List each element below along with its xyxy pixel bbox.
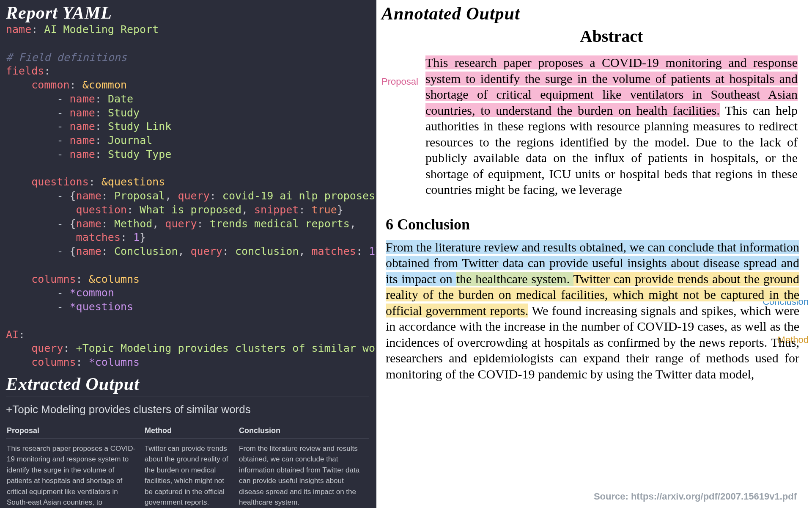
extracted-output: Extracted Output +Topic Modeling provide… bbox=[0, 374, 376, 508]
th-conclusion: Conclusion bbox=[238, 423, 369, 439]
td-proposal: This research paper proposes a COVID-19 … bbox=[6, 439, 144, 508]
overlap-highlight: the healthcare system. bbox=[456, 272, 573, 286]
th-method: Method bbox=[144, 423, 238, 439]
annotated-panel: Annotated Output Proposal Conclusion Met… bbox=[376, 0, 812, 508]
annotated-title: Annotated Output bbox=[381, 3, 804, 24]
extracted-title: Extracted Output bbox=[6, 374, 369, 394]
abstract-heading: Abstract bbox=[424, 26, 799, 46]
extracted-heading: +Topic Modeling provides clusters of sim… bbox=[6, 403, 369, 416]
td-method: Twitter can provide trends about the gro… bbox=[144, 439, 238, 508]
th-proposal: Proposal bbox=[6, 423, 144, 439]
yaml-title: Report YAML bbox=[6, 3, 369, 23]
yaml-code: name: AI Modeling Report # Field definit… bbox=[6, 23, 369, 370]
yaml-panel: Report YAML name: AI Modeling Report # F… bbox=[0, 0, 376, 508]
document-body: Abstract This research paper proposes a … bbox=[424, 26, 799, 382]
label-proposal: Proposal bbox=[381, 76, 418, 87]
conclusion-heading: 6 Conclusion bbox=[386, 215, 799, 233]
td-conclusion: From the literature review and results o… bbox=[238, 439, 369, 508]
source-link: Source: https://arxiv.org/pdf/2007.15619… bbox=[594, 491, 797, 502]
extracted-table: Proposal Method Conclusion This research… bbox=[6, 423, 369, 508]
